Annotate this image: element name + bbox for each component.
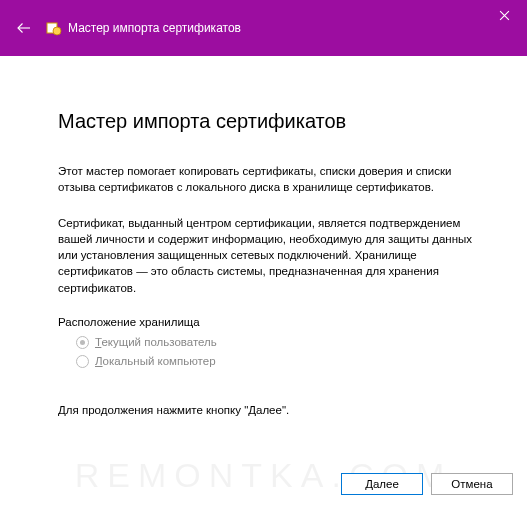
certificate-wizard-icon: [46, 20, 62, 36]
back-button[interactable]: [4, 8, 44, 48]
description-text: Сертификат, выданный центром сертификаци…: [58, 215, 477, 295]
intro-text: Этот мастер помогает копировать сертифик…: [58, 163, 477, 195]
radio-current-user: Текущий пользователь: [76, 336, 477, 349]
radio-label-local-computer: Локальный компьютер: [95, 355, 216, 367]
radio-local-computer: Локальный компьютер: [76, 355, 477, 368]
next-button[interactable]: Далее: [341, 473, 423, 495]
titlebar: Мастер импорта сертификатов: [0, 0, 527, 56]
radio-input-local-computer: [76, 355, 89, 368]
cancel-button[interactable]: Отмена: [431, 473, 513, 495]
close-button[interactable]: [481, 0, 527, 30]
window-title: Мастер импорта сертификатов: [68, 21, 241, 35]
continue-hint: Для продолжения нажмите кнопку "Далее".: [58, 404, 477, 416]
button-bar: Далее Отмена: [341, 473, 513, 495]
radio-input-current-user: [76, 336, 89, 349]
storage-location-label: Расположение хранилища: [58, 316, 477, 328]
svg-point-1: [53, 27, 61, 35]
radio-label-current-user: Текущий пользователь: [95, 336, 217, 348]
storage-location-group: Текущий пользователь Локальный компьютер: [76, 336, 477, 368]
page-heading: Мастер импорта сертификатов: [58, 110, 477, 133]
wizard-content: Мастер импорта сертификатов Этот мастер …: [0, 56, 527, 416]
